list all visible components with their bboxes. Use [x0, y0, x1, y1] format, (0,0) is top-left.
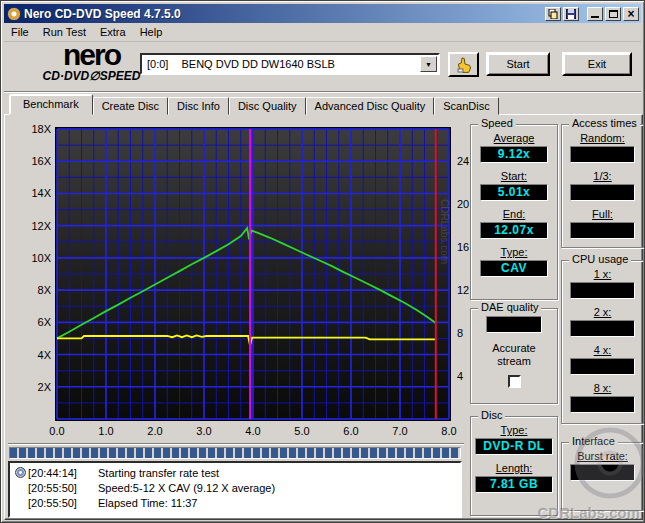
log-timestamp: [20:44:14]: [28, 467, 86, 479]
menu-item-help[interactable]: Help: [133, 24, 170, 40]
log-timestamp: [20:55:50]: [28, 482, 86, 494]
benchmark-chart: CDRLabs.com2X4X6X8X10X12X14X16X18X481216…: [10, 119, 472, 443]
maximize-button[interactable]: [605, 7, 621, 21]
disc-panel: Disc Type:DVD-R DLLength:7.81 GB: [470, 416, 558, 516]
lcd-value: 12.07x: [480, 222, 549, 239]
dae-quality-panel: DAE quality Accurate stream: [470, 308, 558, 404]
y-left-tick: 2X: [38, 381, 52, 393]
toolbar: nero CD·DVD∅SPEED [0:0] BENQ DVD DD DW16…: [4, 43, 641, 91]
field-label: 4 x:: [562, 344, 643, 356]
app-icon: [7, 7, 21, 21]
tab-create-disc[interactable]: Create Disc: [93, 97, 168, 115]
field-label: 2 x:: [562, 306, 643, 318]
chevron-down-icon[interactable]: ▼: [420, 56, 437, 72]
nero-logo: nero CD·DVD∅SPEED: [34, 42, 149, 83]
copy-icon[interactable]: [545, 7, 561, 21]
interface-panel: Interface Burst rate:: [561, 442, 644, 511]
log-entry: [20:55:50]Speed:5-12 X CAV (9.12 X avera…: [12, 480, 460, 495]
field-label: Start:: [471, 170, 557, 182]
access-times-title: Access times: [569, 117, 640, 129]
drive-name: BENQ DVD DD DW1640 BSLB: [181, 58, 334, 70]
progress-bar: [9, 447, 461, 459]
field-label: Average: [471, 132, 557, 144]
x-tick: 4.0: [245, 425, 260, 437]
field-label: Random:: [562, 132, 643, 144]
tabstrip: BenchmarkCreate DiscDisc InfoDisc Qualit…: [9, 95, 499, 115]
log-entry: [20:55:50]Elapsed Time: 11:37: [12, 495, 460, 510]
close-button[interactable]: ×: [623, 7, 639, 21]
tab-scandisc[interactable]: ScanDisc: [434, 97, 498, 115]
tab-benchmark[interactable]: Benchmark: [9, 94, 93, 115]
field-label: Type:: [471, 424, 557, 436]
drive-select[interactable]: [0:0] BENQ DVD DD DW1640 BSLB ▼: [140, 53, 440, 75]
log-entry: [20:44:14]Starting transfer rate test: [12, 465, 460, 480]
lcd-value: [570, 146, 635, 163]
chart-watermark: CDRLabs.com: [439, 199, 450, 264]
y-left-tick: 4X: [38, 349, 52, 361]
lcd-value: CAV: [480, 260, 549, 277]
lcd-value: 9.12x: [480, 146, 549, 163]
y-right-tick: 12: [457, 284, 469, 296]
lcd-value: DVD-R DL: [475, 438, 552, 455]
lcd-value: 5.01x: [480, 184, 549, 201]
select-speed-button[interactable]: [448, 52, 479, 77]
x-tick: 0.0: [49, 425, 64, 437]
exit-button[interactable]: Exit: [562, 52, 632, 76]
cpu-usage-title: CPU usage: [569, 253, 631, 265]
lcd-value: [570, 222, 635, 239]
interface-title: Interface: [569, 435, 618, 447]
x-tick: 3.0: [196, 425, 211, 437]
window-title: Nero CD-DVD Speed 4.7.5.0: [24, 7, 543, 21]
toolbar-divider: [4, 91, 641, 93]
tab-advanced-disc-quality[interactable]: Advanced Disc Quality: [306, 97, 435, 115]
field-label: 1/3:: [562, 170, 643, 182]
field-label: Full:: [562, 208, 643, 220]
hand-pointer-icon: [455, 56, 473, 74]
titlebar: Nero CD-DVD Speed 4.7.5.0 ×: [4, 4, 641, 23]
dae-panel-title: DAE quality: [478, 301, 541, 313]
disc-icon: [15, 467, 26, 478]
x-tick: 1.0: [98, 425, 113, 437]
y-right-tick: 24: [457, 155, 469, 167]
log-message: Speed:5-12 X CAV (9.12 X average): [86, 482, 275, 494]
app-window: Nero CD-DVD Speed 4.7.5.0 × FileRun Test…: [0, 0, 645, 523]
menu-item-file[interactable]: File: [4, 24, 36, 40]
accurate-stream-checkbox[interactable]: [508, 375, 521, 388]
y-left-tick: 16X: [31, 155, 51, 167]
log-list: [20:44:14]Starting transfer rate test[20…: [8, 461, 462, 518]
lcd-value: [570, 320, 635, 337]
save-icon[interactable]: [563, 7, 579, 21]
y-right-tick: 16: [457, 241, 469, 253]
disc-panel-title: Disc: [478, 409, 505, 421]
access-times-panel: Access times Random:1/3:Full:: [561, 124, 644, 248]
log-message: Starting transfer rate test: [86, 467, 219, 479]
lcd-value: [570, 358, 635, 375]
y-left-tick: 6X: [38, 316, 52, 328]
field-label: End:: [471, 208, 557, 220]
lcd-value: [570, 184, 635, 201]
minimize-button[interactable]: [587, 7, 603, 21]
progress-divider: [8, 443, 464, 445]
y-left-tick: 10X: [31, 252, 51, 264]
y-right-tick: 4: [457, 370, 463, 382]
field-label: 1 x:: [562, 268, 643, 280]
x-tick: 8.0: [441, 425, 456, 437]
x-tick: 5.0: [294, 425, 309, 437]
field-label: Length:: [471, 462, 557, 474]
speed-panel: Speed Average9.12xStart:5.01xEnd:12.07xT…: [470, 124, 558, 300]
lcd-value: [570, 464, 635, 481]
speed-panel-title: Speed: [478, 117, 516, 129]
drive-id: [0:0]: [147, 58, 168, 70]
start-button[interactable]: Start: [486, 52, 550, 76]
y-left-tick: 18X: [31, 123, 51, 135]
x-tick: 7.0: [392, 425, 407, 437]
y-left-tick: 12X: [31, 220, 51, 232]
benchmark-page: CDRLabs.com2X4X6X8X10X12X14X16X18X481216…: [4, 114, 643, 520]
y-left-tick: 8X: [38, 284, 52, 296]
log-timestamp: [20:55:50]: [28, 497, 86, 509]
tab-disc-quality[interactable]: Disc Quality: [229, 97, 306, 115]
tab-disc-info[interactable]: Disc Info: [168, 97, 229, 115]
lcd-value: [570, 396, 635, 413]
watermark-text: CDRLabs.com: [537, 504, 640, 521]
x-tick: 2.0: [147, 425, 162, 437]
